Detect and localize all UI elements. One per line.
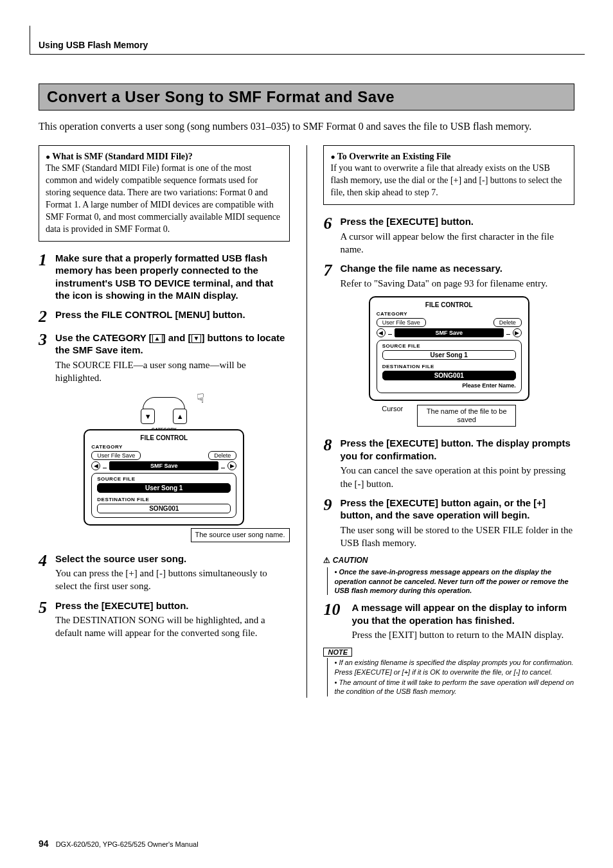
smf-info-box: What is SMF (Standard MIDI File)? The SM… <box>39 145 290 242</box>
category-up-button: ▲ <box>173 409 187 424</box>
step-10: 10 A message will appear on the display … <box>323 601 574 641</box>
step-text: You can cancel the save operation at thi… <box>340 464 574 490</box>
lcd-source-label: SOURCE FILE <box>97 476 231 482</box>
lcd-cat-label: CATEGORY <box>377 311 522 317</box>
step-head-b: ] and [ <box>163 332 191 343</box>
step-number: 2 <box>39 308 51 325</box>
step-text: Refer to "Saving Data" on page 93 for fi… <box>340 277 574 290</box>
lcd-source-label: SOURCE FILE <box>382 343 516 349</box>
lcd-screen-left: FILE CONTROL CATEGORY User File Save Del… <box>84 429 244 526</box>
lcd-cat-label: CATEGORY <box>91 444 236 450</box>
caution-block: CAUTION Once the save-in-progress messag… <box>323 556 574 595</box>
page-number: 94 <box>39 838 49 849</box>
step-9: 9 Press the [EXECUTE] button again, or t… <box>323 497 574 550</box>
note-label: NOTE <box>323 648 352 657</box>
step-head: Use the CATEGORY [▲] and [▼] buttons to … <box>55 332 290 357</box>
step-head: Select the source user song. <box>55 553 290 565</box>
lcd-dest-value: SONG001 <box>97 504 231 513</box>
step-6: 6 Press the [EXECUTE] button. A cursor w… <box>323 215 574 256</box>
note-item-1: If an existing filename is specified the… <box>334 658 574 677</box>
page-footer: 94 DGX-620/520, YPG-625/525 Owner's Manu… <box>39 838 199 849</box>
step-number: 9 <box>323 497 336 550</box>
lcd-left-arrow-icon: ◀ <box>91 461 100 470</box>
category-down-button: ▼ <box>141 409 155 424</box>
overwrite-box-body: If you want to overwrite a file that alr… <box>330 163 567 199</box>
step-text: Press the [EXIT] button to return to the… <box>351 628 574 641</box>
step-number: 10 <box>323 601 348 641</box>
step-head: Change the file name as necessary. <box>340 262 574 275</box>
smf-box-body: The SMF (Standard MIDI File) format is o… <box>46 163 283 235</box>
step-head: Press the [EXECUTE] button. The display … <box>340 437 574 462</box>
category-up-icon: ▲ <box>152 334 163 343</box>
left-column: What is SMF (Standard MIDI File)? The SM… <box>39 145 290 646</box>
step-text: The DESTINATION SONG will be highlighted… <box>55 614 290 640</box>
lcd-dest-value: SONG001 <box>382 371 516 380</box>
step-number: 1 <box>39 252 51 302</box>
step-number: 5 <box>39 599 51 640</box>
lcd-pill-left: User File Save <box>377 318 426 327</box>
hand-pointer-icon: ☟ <box>197 391 204 406</box>
lcd-right-arrow-icon: ▶ <box>227 461 236 470</box>
lcd-title: FILE CONTROL <box>377 301 522 308</box>
step-3: 3 Use the CATEGORY [▲] and [▼] buttons t… <box>39 332 290 385</box>
step-number: 6 <box>323 215 336 256</box>
right-column: To Overwrite an Existing File If you wan… <box>323 145 574 698</box>
column-divider <box>306 145 307 698</box>
step-5: 5 Press the [EXECUTE] button. The DESTIN… <box>39 599 290 640</box>
filename-callout: The name of the file to be saved <box>417 405 516 427</box>
step-head: Press the [EXECUTE] button. <box>55 599 290 612</box>
step-1: 1 Make sure that a properly formatted US… <box>39 252 290 302</box>
section-title: Convert a User Song to SMF Format and Sa… <box>39 84 574 111</box>
lcd-prompt: Please Enter Name. <box>382 382 516 389</box>
step-number: 3 <box>39 332 51 385</box>
section-intro: This operation converts a user song (son… <box>39 120 574 134</box>
step-head: Make sure that a properly formatted USB … <box>55 252 290 302</box>
step-text: The user song will be stored to the USER… <box>340 524 574 550</box>
figure-lcd-right: FILE CONTROL CATEGORY User File Save Del… <box>323 296 574 427</box>
step-number: 7 <box>323 262 336 290</box>
overwrite-info-box: To Overwrite an Existing File If you wan… <box>323 145 574 206</box>
lcd-pill-right: Delete <box>493 318 522 327</box>
step-head: A message will appear on the display to … <box>351 601 574 626</box>
page-content: Convert a User Song to SMF Format and Sa… <box>39 84 574 698</box>
lcd-pill-left: User File Save <box>91 451 141 460</box>
running-head: Using USB Flash Memory <box>39 40 148 50</box>
arc-line <box>143 397 185 409</box>
step-head: Press the FILE CONTROL [MENU] button. <box>55 308 290 321</box>
lcd-source-value: User Song 1 <box>382 350 516 360</box>
cursor-callout: Cursor <box>382 405 403 413</box>
step-2: 2 Press the FILE CONTROL [MENU] button. <box>39 308 290 325</box>
lcd-source-value: User Song 1 <box>97 483 231 493</box>
smf-box-title: What is SMF (Standard MIDI File)? <box>46 151 283 163</box>
lcd-dest-label: DESTINATION FILE <box>97 497 231 502</box>
header-rule-vertical <box>30 26 30 54</box>
lcd-center-item: SMF Save <box>395 328 504 337</box>
overwrite-box-title: To Overwrite an Existing File <box>330 151 567 163</box>
step-text: You can press the [+] and [-] buttons si… <box>55 567 290 593</box>
lcd-dest-label: DESTINATION FILE <box>382 364 516 369</box>
category-down-icon: ▼ <box>191 334 202 343</box>
lcd-title: FILE CONTROL <box>91 434 236 441</box>
step-7: 7 Change the file name as necessary. Ref… <box>323 262 574 290</box>
caution-item: Once the save-in-progress message appear… <box>334 567 574 595</box>
figure-category-buttons: ☟ ▼ ▲ CATEGORY FILE CONTROL CATEGORY Use… <box>39 391 290 542</box>
note-item-2: The amount of time it will take to perfo… <box>334 678 574 696</box>
manual-title: DGX-620/520, YPG-625/525 Owner's Manual <box>56 840 199 848</box>
step-number: 4 <box>39 553 51 593</box>
note-block: NOTE If an existing filename is specifie… <box>323 648 574 696</box>
lcd-left-arrow-icon: ◀ <box>377 328 386 337</box>
two-column-layout: What is SMF (Standard MIDI File)? The SM… <box>39 145 574 698</box>
lcd-center-item: SMF Save <box>109 461 218 470</box>
step-4: 4 Select the source user song. You can p… <box>39 553 290 593</box>
step-head: Press the [EXECUTE] button again, or the… <box>340 497 574 522</box>
lcd-right-arrow-icon: ▶ <box>513 328 522 337</box>
lcd-pill-right: Delete <box>208 451 236 460</box>
step-text: A cursor will appear below the first cha… <box>340 230 574 256</box>
caution-label: CAUTION <box>323 556 574 566</box>
lcd-screen-right: FILE CONTROL CATEGORY User File Save Del… <box>369 296 529 401</box>
step-8: 8 Press the [EXECUTE] button. The displa… <box>323 437 574 490</box>
figure-callout-left: The source user song name. <box>191 528 290 542</box>
step-number: 8 <box>323 437 336 490</box>
step-head-a: Use the CATEGORY [ <box>55 332 152 343</box>
step-head: Press the [EXECUTE] button. <box>340 215 574 228</box>
